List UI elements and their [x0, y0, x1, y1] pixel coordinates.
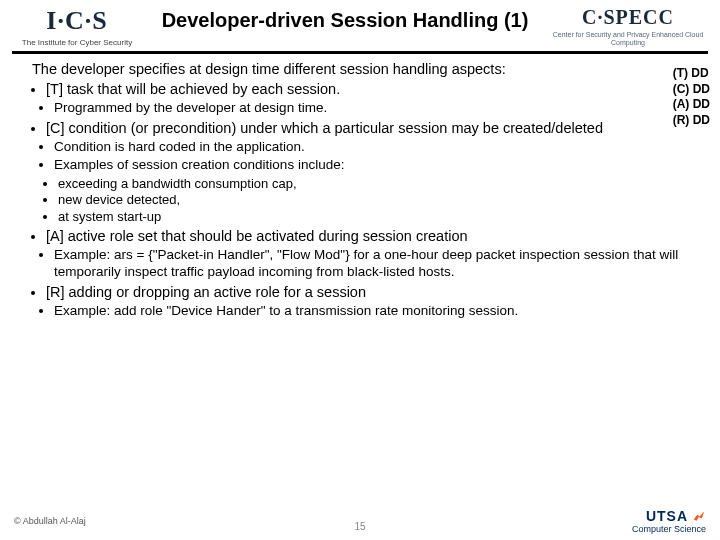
side-legend: (T) DD (C) DD (A) DD (R) DD — [673, 66, 710, 128]
item-r: [R] adding or dropping an active role fo… — [46, 283, 696, 301]
item-r-sub-0: Example: add role "Device Hander" to a t… — [54, 303, 696, 320]
item-c-sub2-2: at system start-up — [58, 209, 696, 225]
roadrunner-icon — [692, 509, 706, 523]
cspecc-logo-subtitle: Center for Security and Privacy Enhanced… — [548, 31, 708, 46]
slide-footer: © Abdullah Al-Alaj UTSA Computer Science — [0, 508, 720, 534]
item-a: [A] active role set that should be activ… — [46, 227, 696, 245]
copyright-text: © Abdullah Al-Alaj — [14, 516, 86, 526]
ics-logo-subtitle: The Institute for Cyber Security — [22, 38, 132, 47]
ics-logo-text: I·C·S — [46, 6, 107, 36]
utsa-logo: UTSA Computer Science — [632, 508, 706, 534]
slide-title: Developer-driven Session Handling (1) — [142, 6, 548, 32]
cspecc-logo-text: C·SPECC — [582, 6, 674, 29]
utsa-subtext: Computer Science — [632, 524, 706, 534]
item-c-sub-0: Condition is hard coded in the applicati… — [54, 139, 696, 156]
bullet-list: [T] task that will be achieved by each s… — [32, 80, 696, 98]
item-a-sub-0: Example: ars = {"Packet-in Handler", "Fl… — [54, 247, 696, 281]
item-c-sub2-1: new device detected, — [58, 192, 696, 208]
item-t-sub-0: Programmed by the developer at design ti… — [54, 100, 696, 117]
item-c-sub-1: Examples of session creation conditions … — [54, 157, 696, 174]
left-logo: I·C·S The Institute for Cyber Security — [12, 6, 142, 47]
intro-text: The developer specifies at design time d… — [32, 60, 696, 78]
legend-r: (R) DD — [673, 113, 710, 129]
utsa-text: UTSA — [646, 508, 688, 524]
slide-body: (T) DD (C) DD (A) DD (R) DD The develope… — [0, 60, 720, 320]
item-c-sub2-0: exceeding a bandwidth consumption cap, — [58, 176, 696, 192]
legend-t: (T) DD — [673, 66, 710, 82]
right-logo: C·SPECC Center for Security and Privacy … — [548, 6, 708, 46]
legend-a: (A) DD — [673, 97, 710, 113]
slide-header: I·C·S The Institute for Cyber Security D… — [0, 0, 720, 47]
item-c: [C] condition (or precondition) under wh… — [46, 119, 696, 137]
header-divider — [12, 51, 708, 54]
item-t: [T] task that will be achieved by each s… — [46, 80, 696, 98]
legend-c: (C) DD — [673, 82, 710, 98]
